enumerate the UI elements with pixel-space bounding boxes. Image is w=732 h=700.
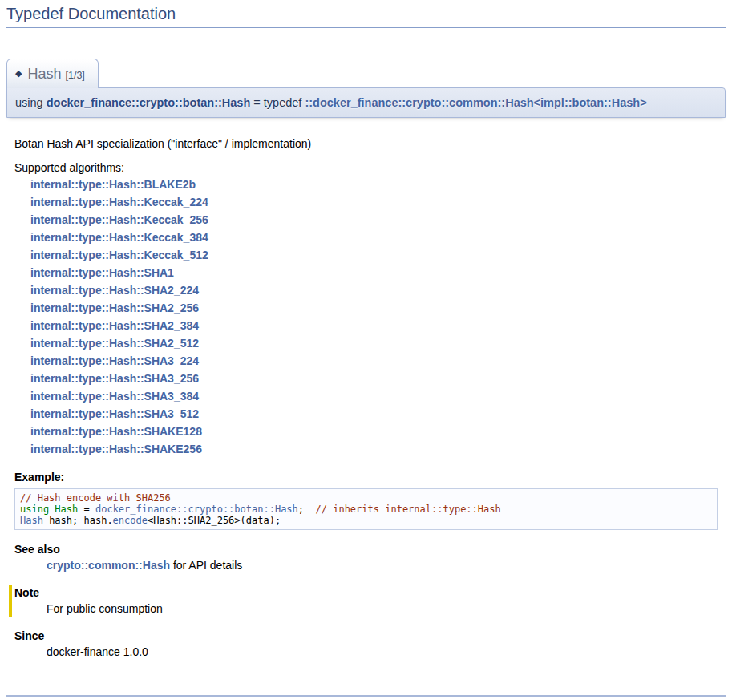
brief-description: Botan Hash API specialization ("interfac… (14, 137, 718, 150)
code-token-plain: = (78, 504, 95, 515)
example-label: Example: (14, 471, 718, 484)
algorithm-link[interactable]: internal::type::Hash::Keccak_512 (30, 246, 718, 264)
algorithm-link[interactable]: internal::type::Hash::SHA2_384 (30, 317, 718, 334)
member-title-tab: ◆Hash[1/3] (6, 59, 99, 88)
code-line: // Hash encode with SHA256 (20, 492, 712, 504)
code-link[interactable]: Hash (20, 515, 43, 526)
see-also-text: for API details (170, 559, 242, 572)
algorithm-list: internal::type::Hash::BLAKE2binternal::t… (30, 176, 718, 458)
code-token-plain: <Hash::SHA2_256>(data); (148, 515, 281, 526)
algorithm-link[interactable]: internal::type::Hash::SHAKE256 (30, 440, 718, 458)
proto-target-type-link[interactable]: ::docker_finance::crypto::common::Hash<i… (305, 96, 646, 109)
algorithm-link[interactable]: internal::type::Hash::SHA1 (30, 264, 718, 281)
algorithm-link[interactable]: internal::type::Hash::Keccak_256 (30, 211, 718, 229)
member-doc: Botan Hash API specialization ("interfac… (6, 118, 726, 658)
code-link[interactable]: encode (113, 515, 148, 526)
code-token-comment: // inherits internal::type::Hash (316, 504, 501, 515)
proto-typedef-name: docker_finance::crypto::botan::Hash (47, 96, 251, 109)
see-also-content: crypto::common::Hash for API details (47, 559, 718, 572)
code-token-comment: // Hash encode with SHA256 (20, 492, 171, 504)
algorithm-link[interactable]: internal::type::Hash::SHA2_512 (30, 334, 718, 352)
algorithm-link[interactable]: internal::type::Hash::SHA3_384 (30, 387, 718, 405)
code-line: using Hash = docker_finance::crypto::bot… (20, 504, 712, 515)
example-section: Example: (14, 471, 718, 484)
doc-page: Typedef Documentation ◆Hash[1/3] using d… (0, 0, 732, 700)
algorithm-link[interactable]: internal::type::Hash::Keccak_384 (30, 229, 718, 246)
since-section: Since docker-finance 1.0.0 (14, 629, 718, 658)
proto-equals-typedef: = typedef (250, 96, 305, 109)
proto-using-keyword: using (15, 96, 47, 109)
since-label: Since (14, 629, 718, 642)
code-token-keyword: Hash (55, 504, 78, 515)
see-also-label: See also (14, 543, 718, 556)
code-block: // Hash encode with SHA256using Hash = d… (14, 488, 718, 530)
code-link[interactable]: docker_finance::crypto::botan::Hash (95, 504, 298, 515)
code-line: Hash hash; hash.encode<Hash::SHA2_256>(d… (20, 515, 712, 526)
algorithm-link[interactable]: internal::type::Hash::SHAKE128 (30, 423, 718, 440)
algorithm-link[interactable]: internal::type::Hash::SHA2_256 (30, 299, 718, 317)
code-token-keyword: using (20, 504, 49, 515)
note-label: Note (14, 586, 718, 599)
overload-index: [1/3] (66, 70, 85, 81)
member-name: Hash (27, 66, 61, 82)
since-text: docker-finance 1.0.0 (47, 645, 718, 658)
note-section: Note For public consumption (9, 585, 718, 617)
algorithm-link[interactable]: internal::type::Hash::SHA2_224 (30, 281, 718, 299)
note-text: For public consumption (47, 602, 718, 615)
supported-algorithms-label: Supported algorithms: (14, 161, 718, 174)
code-token-plain: ; (298, 504, 316, 515)
code-token-plain: hash; hash. (43, 515, 113, 526)
algorithm-link[interactable]: internal::type::Hash::SHA3_512 (30, 405, 718, 423)
permalink-anchor-icon[interactable]: ◆ (15, 68, 22, 78)
member-prototype: using docker_finance::crypto::botan::Has… (6, 87, 726, 118)
member-item: ◆Hash[1/3] using docker_finance::crypto:… (6, 59, 726, 658)
see-also-link[interactable]: crypto::common::Hash (47, 559, 170, 572)
section-title: Typedef Documentation (6, 2, 726, 28)
algorithm-link[interactable]: internal::type::Hash::BLAKE2b (30, 176, 718, 193)
algorithm-link[interactable]: internal::type::Hash::SHA3_224 (30, 352, 718, 370)
footer-divider (6, 695, 726, 697)
algorithm-link[interactable]: internal::type::Hash::Keccak_224 (30, 193, 718, 211)
see-also-section: See also crypto::common::Hash for API de… (14, 543, 718, 572)
algorithm-link[interactable]: internal::type::Hash::SHA3_256 (30, 370, 718, 387)
